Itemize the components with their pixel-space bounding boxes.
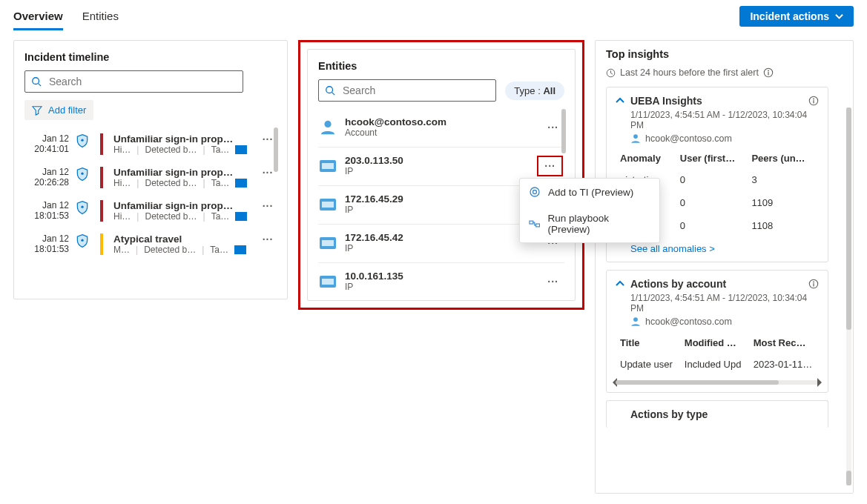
see-all-anomalies-link[interactable]: See all anomalies > [630,243,715,254]
severity-bar-high [100,200,103,222]
timeline-item[interactable]: Jan 1218:01:53 Atypical travel M…|Detect… [24,228,277,261]
search-icon [325,85,335,96]
timeline-title: Incident timeline [24,51,277,63]
severity-bar-high [100,167,103,188]
tactic-icon [235,212,247,221]
svg-point-8 [324,120,331,127]
svg-point-11 [768,70,769,72]
actions-by-type-card: Actions by type [606,400,828,428]
chevron-up-icon[interactable] [616,279,624,288]
info-icon[interactable] [763,67,774,78]
svg-point-25 [533,190,537,194]
timeline-search[interactable] [24,70,243,93]
search-icon [31,76,42,87]
actions-user: hcook@contoso.com [630,316,819,327]
entity-context-menu: Add to TI (Preview) Run playbook (Previe… [519,178,660,243]
entity-more-menu[interactable]: ··· [543,122,563,133]
playbook-icon [529,218,540,230]
svg-point-4 [81,206,83,208]
entities-scrollbar[interactable] [561,109,566,153]
account-icon [630,316,641,327]
target-icon [529,186,541,198]
tactic-icon [235,179,247,188]
timeline-item[interactable]: Jan 1220:26:28 Unfamiliar sign-in prop… … [24,161,277,194]
menu-run-playbook[interactable]: Run playbook (Preview) [520,205,659,242]
tab-entities[interactable]: Entities [82,2,119,30]
table-row[interactable]: Update userIncluded Upd2023-01-11T00 [616,353,819,376]
ip-icon [320,237,336,249]
chevron-down-icon [835,13,843,21]
timeline-more-menu[interactable]: ··· [260,200,277,212]
info-icon[interactable] [808,279,819,289]
info-icon[interactable] [808,96,819,106]
shield-icon [75,167,90,182]
actions-h-scrollbar[interactable] [616,380,819,385]
svg-point-16 [633,134,638,139]
entity-row[interactable]: 10.0.161.135IP ··· [318,263,564,301]
entities-title: Entities [318,60,564,72]
timeline-more-menu[interactable]: ··· [260,233,277,245]
ip-icon [320,276,336,288]
svg-point-5 [81,239,83,242]
svg-line-7 [332,93,335,96]
shield-icon [75,233,90,248]
svg-rect-15 [813,100,814,103]
menu-add-to-ti[interactable]: Add to TI (Preview) [520,179,659,205]
account-icon [630,133,641,144]
insights-title: Top insights [606,48,850,60]
actions-table: TitleModified …Most Rec… Update userIncl… [616,333,819,376]
svg-rect-19 [813,283,814,286]
shield-icon [75,133,90,148]
svg-point-2 [81,139,83,142]
clock-icon [606,68,616,78]
svg-rect-26 [530,221,533,224]
entities-type-filter[interactable]: Type : All [505,82,564,100]
insights-scrollbar[interactable] [846,107,851,485]
tactic-icon [235,145,247,154]
ip-icon [320,160,336,172]
account-icon [320,119,336,136]
svg-point-0 [33,78,39,84]
shield-icon [75,200,90,215]
svg-point-24 [530,188,539,196]
insights-subtitle: Last 24 hours before the first alert [606,67,850,78]
tab-overview[interactable]: Overview [13,2,63,30]
entities-search-input[interactable] [341,84,489,97]
actions-by-account-card: Actions by account 1/11/2023, 4:54:51 AM… [606,270,828,393]
add-filter-button[interactable]: Add filter [24,100,93,120]
entity-more-menu-highlighted[interactable]: ··· [537,156,563,176]
incident-actions-label: Incident actions [750,10,829,22]
entities-search[interactable] [318,79,496,102]
ip-icon [320,199,336,210]
incident-actions-button[interactable]: Incident actions [739,6,854,27]
timeline-search-input[interactable] [47,75,237,88]
entities-highlight-box: Entities Type : All [298,40,584,310]
entity-more-menu[interactable]: ··· [543,276,563,288]
svg-line-1 [39,84,42,87]
svg-point-20 [633,317,638,322]
svg-point-6 [326,87,333,93]
timeline-item[interactable]: Jan 1218:01:53 Unfamiliar sign-in prop… … [24,194,277,228]
severity-bar-high [100,133,103,155]
svg-rect-27 [536,224,540,227]
svg-point-14 [813,99,814,100]
severity-bar-medium [100,233,103,255]
entity-row[interactable]: hcook@contoso.comAccount ··· [318,109,564,147]
svg-rect-12 [768,72,768,75]
add-filter-label: Add filter [48,105,86,116]
chevron-up-icon[interactable] [616,96,624,105]
timeline-scrollbar[interactable] [274,127,278,172]
timeline-item[interactable]: Jan 1220:41:01 Unfamiliar sign-in prop… … [24,127,277,161]
filter-icon [32,105,42,116]
ueba-user: hcook@contoso.com [630,133,819,144]
svg-point-3 [81,173,83,175]
svg-point-18 [813,282,814,283]
tactic-icon [234,245,246,254]
